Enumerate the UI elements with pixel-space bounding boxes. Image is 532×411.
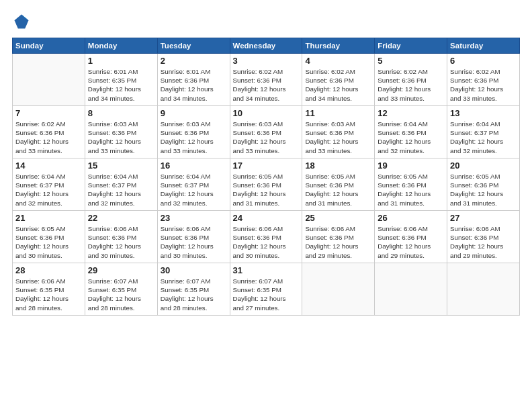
weekday-wednesday: Wednesday [230,38,302,54]
calendar-cell [447,263,520,316]
calendar-cell: 10Sunrise: 6:03 AM Sunset: 6:36 PM Dayli… [230,106,302,158]
day-info: Sunrise: 6:06 AM Sunset: 6:36 PM Dayligh… [305,224,371,260]
calendar-cell: 3Sunrise: 6:02 AM Sunset: 6:36 PM Daylig… [230,54,302,106]
day-info: Sunrise: 6:06 AM Sunset: 6:36 PM Dayligh… [378,224,444,260]
calendar-cell: 16Sunrise: 6:04 AM Sunset: 6:37 PM Dayli… [157,158,230,211]
day-number: 11 [305,108,371,118]
calendar-cell: 18Sunrise: 6:05 AM Sunset: 6:36 PM Dayli… [302,158,375,211]
day-number: 23 [161,213,227,223]
day-number: 12 [378,108,444,118]
calendar-cell: 21Sunrise: 6:05 AM Sunset: 6:36 PM Dayli… [13,211,85,263]
day-info: Sunrise: 6:04 AM Sunset: 6:37 PM Dayligh… [161,172,227,208]
calendar-cell: 5Sunrise: 6:02 AM Sunset: 6:36 PM Daylig… [375,54,447,106]
calendar-cell: 28Sunrise: 6:06 AM Sunset: 6:35 PM Dayli… [13,263,85,316]
day-info: Sunrise: 6:03 AM Sunset: 6:36 PM Dayligh… [88,120,154,155]
day-number: 18 [305,161,371,171]
calendar-cell [375,263,447,316]
day-info: Sunrise: 6:05 AM Sunset: 6:36 PM Dayligh… [233,172,300,208]
day-info: Sunrise: 6:02 AM Sunset: 6:36 PM Dayligh… [450,67,517,103]
calendar-cell: 17Sunrise: 6:05 AM Sunset: 6:36 PM Dayli… [230,158,302,211]
day-number: 10 [233,108,300,118]
day-info: Sunrise: 6:06 AM Sunset: 6:36 PM Dayligh… [88,224,154,260]
week-row-2: 7Sunrise: 6:02 AM Sunset: 6:36 PM Daylig… [13,106,520,158]
day-info: Sunrise: 6:04 AM Sunset: 6:37 PM Dayligh… [450,120,517,155]
day-info: Sunrise: 6:07 AM Sunset: 6:35 PM Dayligh… [233,277,300,312]
day-info: Sunrise: 6:03 AM Sunset: 6:36 PM Dayligh… [161,120,227,155]
calendar-cell: 1Sunrise: 6:01 AM Sunset: 6:35 PM Daylig… [85,54,157,106]
calendar-cell: 30Sunrise: 6:07 AM Sunset: 6:35 PM Dayli… [157,263,230,316]
weekday-header-row: SundayMondayTuesdayWednesdayThursdayFrid… [13,38,520,54]
day-number: 26 [378,213,444,223]
day-number: 24 [233,213,300,223]
day-info: Sunrise: 6:06 AM Sunset: 6:35 PM Dayligh… [15,277,82,312]
weekday-monday: Monday [85,38,157,54]
day-number: 2 [161,56,227,66]
calendar-cell: 15Sunrise: 6:04 AM Sunset: 6:37 PM Dayli… [85,158,157,211]
calendar-cell: 19Sunrise: 6:05 AM Sunset: 6:36 PM Dayli… [375,158,447,211]
weekday-friday: Friday [375,38,447,54]
day-number: 15 [88,161,154,171]
weekday-saturday: Saturday [447,38,520,54]
logo [12,12,34,31]
calendar-cell: 31Sunrise: 6:07 AM Sunset: 6:35 PM Dayli… [230,263,302,316]
week-row-3: 14Sunrise: 6:04 AM Sunset: 6:37 PM Dayli… [13,158,520,211]
day-info: Sunrise: 6:04 AM Sunset: 6:36 PM Dayligh… [378,120,444,155]
calendar-cell: 8Sunrise: 6:03 AM Sunset: 6:36 PM Daylig… [85,106,157,158]
day-info: Sunrise: 6:05 AM Sunset: 6:36 PM Dayligh… [15,224,82,260]
week-row-5: 28Sunrise: 6:06 AM Sunset: 6:35 PM Dayli… [13,263,520,316]
day-info: Sunrise: 6:05 AM Sunset: 6:36 PM Dayligh… [450,172,517,208]
day-info: Sunrise: 6:02 AM Sunset: 6:36 PM Dayligh… [378,67,444,103]
week-row-4: 21Sunrise: 6:05 AM Sunset: 6:36 PM Dayli… [13,211,520,263]
day-number: 14 [15,161,82,171]
day-number: 9 [161,108,227,118]
logo-icon [12,12,31,31]
weekday-thursday: Thursday [302,38,375,54]
day-number: 3 [233,56,300,66]
day-info: Sunrise: 6:07 AM Sunset: 6:35 PM Dayligh… [88,277,154,312]
weekday-tuesday: Tuesday [157,38,230,54]
calendar-cell: 26Sunrise: 6:06 AM Sunset: 6:36 PM Dayli… [375,211,447,263]
calendar-cell: 9Sunrise: 6:03 AM Sunset: 6:36 PM Daylig… [157,106,230,158]
calendar-cell: 25Sunrise: 6:06 AM Sunset: 6:36 PM Dayli… [302,211,375,263]
day-number: 1 [88,56,154,66]
day-info: Sunrise: 6:04 AM Sunset: 6:37 PM Dayligh… [15,172,82,208]
day-number: 22 [88,213,154,223]
calendar-cell: 23Sunrise: 6:06 AM Sunset: 6:36 PM Dayli… [157,211,230,263]
calendar-cell [13,54,85,106]
calendar-cell: 20Sunrise: 6:05 AM Sunset: 6:36 PM Dayli… [447,158,520,211]
calendar-table: SundayMondayTuesdayWednesdayThursdayFrid… [12,38,520,316]
header [12,12,520,31]
day-number: 4 [305,56,371,66]
calendar-cell: 4Sunrise: 6:02 AM Sunset: 6:36 PM Daylig… [302,54,375,106]
day-info: Sunrise: 6:06 AM Sunset: 6:36 PM Dayligh… [233,224,300,260]
day-number: 27 [450,213,517,223]
day-info: Sunrise: 6:02 AM Sunset: 6:36 PM Dayligh… [15,120,82,155]
day-info: Sunrise: 6:02 AM Sunset: 6:36 PM Dayligh… [233,67,300,103]
day-info: Sunrise: 6:01 AM Sunset: 6:36 PM Dayligh… [161,67,227,103]
calendar-cell: 6Sunrise: 6:02 AM Sunset: 6:36 PM Daylig… [447,54,520,106]
day-number: 5 [378,56,444,66]
day-number: 21 [15,213,82,223]
day-number: 7 [15,108,82,118]
page: SundayMondayTuesdayWednesdayThursdayFrid… [0,0,532,411]
calendar-cell: 29Sunrise: 6:07 AM Sunset: 6:35 PM Dayli… [85,263,157,316]
calendar-cell: 27Sunrise: 6:06 AM Sunset: 6:36 PM Dayli… [447,211,520,263]
day-number: 17 [233,161,300,171]
day-info: Sunrise: 6:01 AM Sunset: 6:35 PM Dayligh… [88,67,154,103]
calendar-cell: 12Sunrise: 6:04 AM Sunset: 6:36 PM Dayli… [375,106,447,158]
calendar-cell: 24Sunrise: 6:06 AM Sunset: 6:36 PM Dayli… [230,211,302,263]
day-number: 20 [450,161,517,171]
day-info: Sunrise: 6:07 AM Sunset: 6:35 PM Dayligh… [161,277,227,312]
day-info: Sunrise: 6:02 AM Sunset: 6:36 PM Dayligh… [305,67,371,103]
weekday-sunday: Sunday [13,38,85,54]
day-info: Sunrise: 6:03 AM Sunset: 6:36 PM Dayligh… [233,120,300,155]
calendar-cell: 22Sunrise: 6:06 AM Sunset: 6:36 PM Dayli… [85,211,157,263]
day-number: 8 [88,108,154,118]
day-info: Sunrise: 6:05 AM Sunset: 6:36 PM Dayligh… [305,172,371,208]
calendar-cell: 14Sunrise: 6:04 AM Sunset: 6:37 PM Dayli… [13,158,85,211]
calendar-cell: 13Sunrise: 6:04 AM Sunset: 6:37 PM Dayli… [447,106,520,158]
day-number: 30 [161,265,227,275]
day-number: 25 [305,213,371,223]
day-info: Sunrise: 6:03 AM Sunset: 6:36 PM Dayligh… [305,120,371,155]
day-info: Sunrise: 6:04 AM Sunset: 6:37 PM Dayligh… [88,172,154,208]
